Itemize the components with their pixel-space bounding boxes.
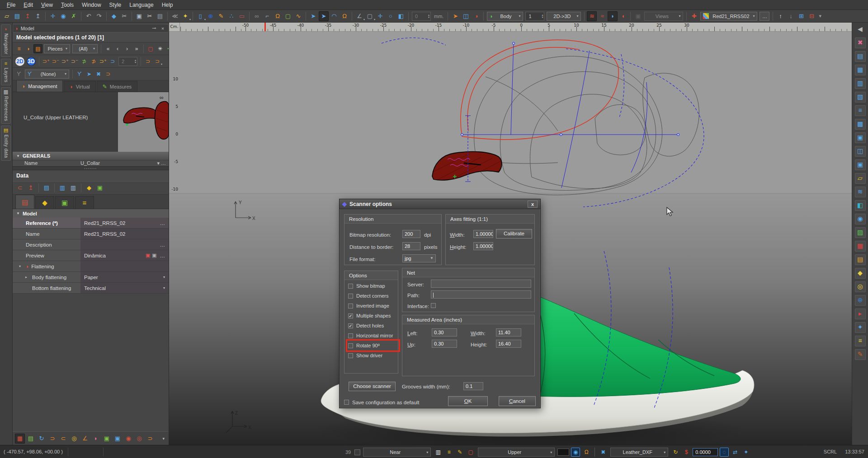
polyline-icon[interactable]: ≪ — [170, 11, 180, 21]
style-more-button[interactable]: … — [760, 12, 769, 21]
pointer-snap-icon[interactable]: ➤ — [308, 11, 318, 21]
axes-height-input[interactable]: 1.00000 — [473, 242, 493, 250]
shoe-next-icon[interactable]: ⊃ — [47, 434, 57, 444]
sidebar-tab-references[interactable]: ▥References — [1, 87, 11, 124]
upload-model-icon[interactable]: ↥ — [26, 183, 36, 193]
measured-height-input[interactable]: 16.40 — [496, 340, 521, 348]
checkbox-inverted-image[interactable]: Inverted image — [348, 302, 398, 310]
pieces-stack-icon[interactable]: ≡ — [14, 44, 24, 53]
view-3d-toggle[interactable]: 3D — [27, 57, 36, 66]
operator-go-icon[interactable]: ϒ — [75, 70, 84, 79]
save-icon[interactable]: ▤ — [12, 11, 22, 21]
shoe-prev-icon[interactable]: ⊂ — [58, 434, 68, 444]
close-tool-icon[interactable]: ✖ — [855, 37, 866, 48]
lamp-tool-icon[interactable]: ✦ — [855, 322, 866, 333]
style-dropdown[interactable]: Red21_RRSS02▾ — [700, 12, 757, 21]
import-model-icon[interactable]: ⊂ — [15, 183, 25, 193]
chevron-down-icon[interactable]: ▾ — [161, 286, 167, 290]
body-dropdown[interactable]: ◗Body▾ — [487, 12, 523, 21]
ruler-add-icon[interactable]: ▯▾ — [195, 11, 205, 21]
cancel-button[interactable]: Cancel — [499, 396, 536, 406]
tree-row-flattening[interactable]: ▾◗Flattening — [13, 261, 169, 272]
menu-tools[interactable]: Tools — [57, 1, 78, 9]
piece-menu-icon[interactable]: ⊃▾ — [153, 57, 162, 66]
paste-cloud-icon[interactable]: ▥ — [57, 183, 67, 193]
grooves-width-input[interactable]: 0.1 — [463, 382, 483, 390]
material-tool-icon[interactable]: ▨ — [855, 227, 866, 238]
image-icon[interactable]: ▣ — [102, 434, 112, 444]
preview-option-icon[interactable]: ▣ — [152, 252, 156, 258]
panel-splitter[interactable]: ••••••• — [13, 166, 169, 170]
target-tool-icon[interactable]: ◎ — [855, 281, 866, 292]
zoom-selection-icon[interactable]: ▢ — [146, 44, 155, 53]
annotate-icon[interactable]: ✎ — [455, 448, 464, 457]
mirror-piece-icon[interactable]: ⊃ — [108, 57, 117, 66]
palette-remove-icon[interactable]: ⊟ — [807, 11, 816, 21]
new-doc-icon[interactable]: ▤ — [42, 183, 52, 193]
grid-tool-icon[interactable]: ▥ — [855, 78, 866, 89]
cut-icon[interactable]: ✂ — [145, 11, 155, 21]
palette-tool-icon[interactable]: ▤ — [855, 254, 866, 265]
tools-status-icon[interactable]: ✖ — [599, 448, 608, 457]
tree-row-reference-[interactable]: Reference (*)Red21_RRSS_02… — [13, 218, 169, 229]
more-button[interactable]: … — [159, 220, 167, 226]
piece-list-icon[interactable]: ▤ — [33, 44, 42, 53]
menu-edit[interactable]: Edit — [19, 1, 37, 9]
collapse-panel-icon[interactable]: ◀ — [855, 24, 866, 35]
snap-circle-icon[interactable]: ◌ — [720, 448, 729, 457]
photo-icon[interactable]: ▣ — [95, 183, 105, 193]
list-tool-icon[interactable]: ≡ — [855, 105, 866, 116]
layer2-tool-icon[interactable]: ≡ — [855, 336, 866, 346]
checkbox-multiple-shapes[interactable]: ✓Multiple shapes — [348, 312, 398, 320]
operator-clear-icon[interactable]: ✖ — [94, 70, 103, 79]
layers-status-icon[interactable]: ≡ — [444, 448, 453, 457]
attach-piece-icon[interactable]: ⊅ — [80, 57, 89, 66]
copy-tool-icon[interactable]: ▣ — [855, 159, 866, 170]
choose-scanner-button[interactable]: Choose scanner — [349, 382, 396, 391]
tree-row-body-flattening[interactable]: ▸Body flatteningPaper▾ — [13, 272, 169, 283]
handle-icon[interactable]: ⌐ — [262, 11, 272, 21]
piece-icon[interactable]: ◗ — [24, 44, 33, 53]
distance-border-input[interactable]: 28 — [402, 242, 420, 250]
operator-assign-icon[interactable]: ➤ — [85, 70, 94, 79]
flag-tool-icon[interactable]: ▸ — [855, 308, 866, 319]
nodes-icon[interactable]: ∴ — [226, 11, 236, 21]
save-piece-cloud-icon[interactable]: ↥ — [33, 11, 43, 21]
bitmap-resolution-input[interactable]: 200 — [402, 230, 420, 238]
filter-dropdown[interactable]: (All)▾ — [72, 44, 98, 53]
checkbox-show-bitmap[interactable]: Show bitmap — [348, 282, 398, 290]
layers-tool-icon[interactable]: ≋ — [855, 187, 866, 197]
lock-guides-icon[interactable]: Ω — [273, 11, 283, 21]
redo-icon[interactable]: ↷ — [94, 11, 104, 21]
measured-width-input[interactable]: 11.40 — [496, 328, 521, 336]
tree-row-preview[interactable]: PreviewDinâmica▣▣… — [13, 250, 169, 261]
menu-help[interactable]: Help — [158, 1, 177, 9]
stamp-tool-icon[interactable]: ◉ — [855, 214, 866, 224]
lock-icon[interactable]: Ω — [340, 11, 349, 21]
shoe-3d-icon[interactable]: ◗ — [608, 11, 618, 21]
dialog-close-button[interactable]: x — [528, 201, 538, 208]
checkbox-show-driver[interactable]: Show driver — [348, 351, 398, 360]
dialog-titlebar[interactable]: ◆ Scanner options x — [340, 199, 540, 209]
operator-piece-icon[interactable]: ⊃ — [104, 70, 113, 79]
cube-tool-icon[interactable]: ◧ — [855, 200, 866, 211]
file-format-dropdown[interactable]: jpg▼ — [402, 254, 436, 262]
loop-icon[interactable]: ↻ — [37, 434, 47, 444]
undo-icon[interactable]: ↶ — [84, 11, 94, 21]
pick-piece-icon[interactable]: ➤ — [450, 11, 460, 21]
show-selection-icon[interactable]: ✳ — [156, 44, 165, 53]
offset-input[interactable]: 0.0000 — [693, 448, 718, 456]
menu-window[interactable]: Window — [78, 1, 105, 9]
flatten-icon[interactable]: ≋ — [587, 11, 597, 21]
wrench-tool-icon[interactable]: ✎ — [855, 349, 866, 360]
tab-measures[interactable]: ✎ Measures — [97, 81, 137, 92]
unlink-icon[interactable]: ∞ — [252, 11, 262, 21]
delete-tool-icon[interactable]: ▦ — [855, 241, 866, 252]
first-piece-icon[interactable]: « — [104, 44, 113, 53]
move-icon[interactable]: ✛ — [375, 11, 385, 21]
expander-icon[interactable]: ▸ — [25, 275, 30, 279]
sidebar-tab-layers[interactable]: ≡Layers — [1, 59, 11, 85]
close-icon[interactable]: × — [160, 26, 166, 31]
palette-add-icon[interactable]: ⊞ — [796, 11, 806, 21]
angle-icon[interactable]: ∠ — [80, 434, 90, 444]
